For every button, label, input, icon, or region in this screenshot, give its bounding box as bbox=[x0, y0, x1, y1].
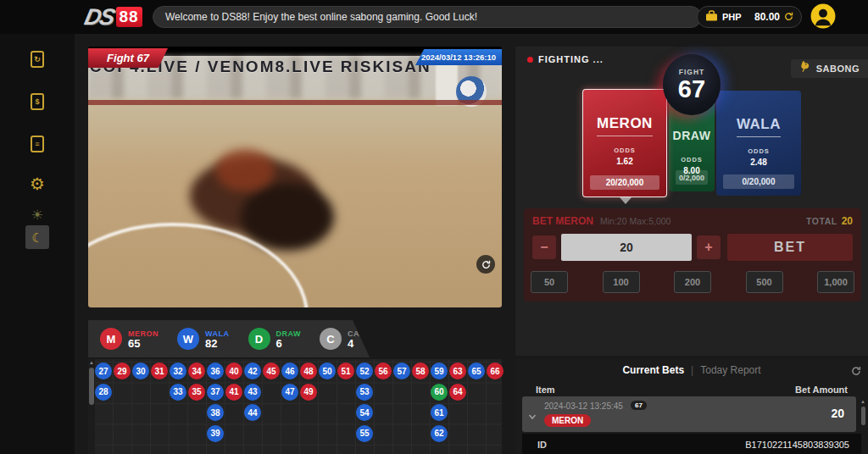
bet-header: BET MERON Min:20 Max:5,000 TOTAL 20 bbox=[532, 215, 853, 227]
trend-cell-55: 55 bbox=[356, 425, 373, 442]
rooster-icon bbox=[798, 60, 811, 77]
live-stream-player[interactable]: UCOP4.LIVE / VENOM8.LIVE RISKISAN Fight … bbox=[88, 47, 502, 307]
chevron-down-icon[interactable] bbox=[528, 409, 537, 424]
bet-records-icon[interactable]: $ bbox=[25, 90, 49, 114]
stat-wala: W WALA 82 bbox=[177, 328, 230, 350]
wallet-balance-pill[interactable]: PHP 80.00 bbox=[697, 6, 802, 28]
wala-title: WALA bbox=[737, 116, 781, 137]
balance-value: 80.00 bbox=[754, 11, 780, 23]
bets-scrollbar[interactable]: ▲ bbox=[860, 398, 866, 432]
trend-scrollbar[interactable]: ▲ bbox=[88, 359, 95, 454]
stat-cancel: C CANCEL 4 bbox=[320, 328, 382, 350]
meron-bet-card[interactable]: MERON ODDS 1.62 20/20,000 bbox=[582, 89, 667, 197]
place-bet-button[interactable]: BET bbox=[727, 234, 853, 261]
trend-cell-64: 64 bbox=[449, 384, 466, 401]
trend-cell-50: 50 bbox=[319, 363, 336, 379]
rules-icon[interactable]: ≡ bbox=[25, 132, 49, 156]
quick-chip-50[interactable]: 50 bbox=[531, 271, 568, 293]
bet-history-row[interactable]: 2024-03-12 13:25:45 67 MERON 20 bbox=[522, 396, 856, 432]
trend-cell-63: 63 bbox=[449, 363, 466, 379]
selected-side-pointer bbox=[620, 197, 632, 204]
quick-chips: 501002005001,000 bbox=[524, 271, 861, 293]
results-summary-bar: M MERON 65 W WALA 82 D DRAW 6 C CANCEL 4 bbox=[88, 320, 370, 357]
trend-cell-28: 28 bbox=[95, 384, 112, 401]
stream-timestamp-badge: 2024/03/12 13:26:10 bbox=[415, 49, 502, 65]
cancel-label: CANCEL bbox=[348, 329, 382, 338]
settings-gear-icon[interactable]: ⚙ bbox=[25, 172, 49, 196]
trend-grid: 2728293031323334353637383940414243444546… bbox=[88, 359, 502, 454]
trend-cell-30: 30 bbox=[132, 363, 149, 379]
ds88-logo[interactable]: DS 88 bbox=[85, 4, 142, 30]
left-sidebar: ↻ $ ≡ ⚙ ☀ ☾ bbox=[0, 34, 75, 454]
scroll-up-icon[interactable]: ▲ bbox=[89, 359, 94, 366]
bet-side-label: BET MERON bbox=[532, 215, 593, 227]
trend-cell-44: 44 bbox=[244, 404, 261, 421]
rooster-blob bbox=[241, 183, 334, 251]
dark-mode-toggle[interactable]: ☾ bbox=[25, 225, 49, 249]
sun-icon: ☀ bbox=[31, 208, 43, 222]
doc-rules-glyph: ≡ bbox=[35, 140, 39, 148]
tab-today-report[interactable]: Today Report bbox=[700, 364, 760, 376]
bet-amount-input[interactable]: 20 bbox=[561, 234, 692, 261]
decrease-amount-button[interactable]: − bbox=[532, 235, 556, 259]
bets-refresh-icon[interactable] bbox=[851, 364, 861, 379]
provider-badge-sabong[interactable]: SABONG bbox=[791, 59, 868, 78]
trend-cell-56: 56 bbox=[375, 363, 392, 379]
bets-table-header: Item Bet Amount bbox=[536, 385, 848, 395]
meron-bubble: M bbox=[100, 328, 122, 350]
total-label: TOTAL bbox=[806, 216, 837, 226]
trend-cell-32: 32 bbox=[170, 363, 186, 379]
doc-history-glyph: ↻ bbox=[34, 55, 41, 64]
scrollbar-thumb[interactable] bbox=[89, 368, 94, 405]
status-text: FIGHTING ... bbox=[538, 54, 604, 64]
bet-row-fight-badge: 67 bbox=[631, 401, 647, 410]
wala-odds-label: ODDS bbox=[748, 147, 770, 155]
trend-cell-49: 49 bbox=[300, 384, 317, 401]
bets-tabs: Current Bets | Today Report bbox=[515, 364, 868, 376]
scrollbar-thumb[interactable] bbox=[861, 407, 865, 425]
gear-glyph: ⚙ bbox=[30, 175, 45, 192]
bet-total: TOTAL 20 bbox=[806, 215, 853, 227]
draw-odds-label: ODDS bbox=[681, 156, 703, 163]
provider-label: SABONG bbox=[816, 64, 860, 74]
top-bar: DS 88 Welcome to DS88! Enjoy the best on… bbox=[0, 0, 868, 34]
video-refresh-button[interactable] bbox=[476, 255, 495, 274]
trend-cell-31: 31 bbox=[151, 363, 168, 379]
quick-chip-1000[interactable]: 1,000 bbox=[817, 271, 854, 293]
trend-cell-53: 53 bbox=[356, 384, 373, 401]
quick-chip-500[interactable]: 500 bbox=[746, 271, 783, 293]
trend-cell-43: 43 bbox=[244, 384, 261, 401]
scroll-up-icon[interactable]: ▲ bbox=[860, 398, 865, 405]
trend-cell-54: 54 bbox=[356, 404, 373, 421]
logo-88-text: 88 bbox=[116, 7, 142, 27]
meron-odds-value: 1.62 bbox=[616, 157, 632, 166]
trend-cell-51: 51 bbox=[337, 363, 354, 379]
quick-chip-200[interactable]: 200 bbox=[674, 271, 711, 293]
wala-pool: 0/20,000 bbox=[723, 174, 794, 189]
draw-label: DRAW bbox=[276, 329, 302, 338]
fight-number: 67 bbox=[678, 76, 705, 102]
wala-bet-card[interactable]: WALA ODDS 2.48 0/20,000 bbox=[716, 91, 801, 196]
current-bets-panel: Current Bets | Today Report Item Bet Amo… bbox=[515, 359, 868, 454]
cancel-count: 4 bbox=[348, 338, 382, 349]
user-avatar[interactable] bbox=[810, 3, 836, 29]
trend-cell-57: 57 bbox=[393, 363, 410, 379]
fight-number-circle: FIGHT 67 bbox=[663, 54, 721, 115]
trend-cell-39: 39 bbox=[207, 425, 224, 442]
announcement-marquee: Welcome to DS88! Enjoy the best online s… bbox=[153, 6, 702, 28]
wala-odds-value: 2.48 bbox=[750, 158, 766, 167]
tab-current-bets[interactable]: Current Bets bbox=[622, 364, 684, 376]
bet-row-time: 2024-03-12 13:25:45 bbox=[544, 401, 623, 411]
increase-amount-button[interactable]: + bbox=[697, 235, 721, 259]
trend-cell-35: 35 bbox=[188, 384, 205, 401]
col-bet-amount: Bet Amount bbox=[795, 385, 848, 395]
fight-number-badge: Fight 67 bbox=[88, 48, 168, 68]
balance-refresh-icon[interactable] bbox=[784, 9, 793, 25]
trend-cell-38: 38 bbox=[207, 404, 224, 421]
fight-history-icon[interactable]: ↻ bbox=[25, 47, 49, 71]
trend-cell-40: 40 bbox=[225, 363, 242, 379]
light-mode-toggle[interactable]: ☀ bbox=[25, 203, 49, 227]
trend-cell-62: 62 bbox=[431, 425, 448, 442]
quick-chip-100[interactable]: 100 bbox=[603, 271, 640, 293]
trend-cell-47: 47 bbox=[281, 384, 298, 401]
